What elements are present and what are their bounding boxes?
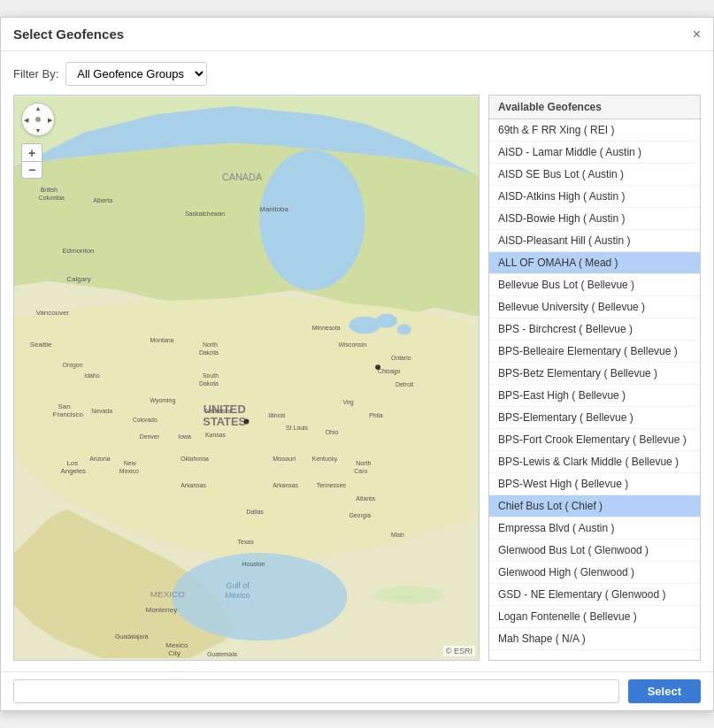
svg-text:St Louis: St Louis bbox=[286, 425, 309, 431]
svg-text:Phila: Phila bbox=[369, 412, 383, 418]
dialog-body: Filter By: All Geofence Groups Austin Be… bbox=[1, 51, 713, 671]
select-button[interactable]: Select bbox=[628, 679, 701, 703]
geofence-item[interactable]: BPS - Birchcrest ( Bellevue ) bbox=[489, 318, 700, 341]
geofence-item[interactable]: BPS-Lewis & Clark Middle ( Bellevue ) bbox=[489, 451, 700, 473]
svg-text:Idaho: Idaho bbox=[84, 372, 99, 379]
svg-text:Miah: Miah bbox=[391, 532, 404, 538]
svg-text:Nebraska: Nebraska bbox=[205, 408, 232, 414]
geofence-item[interactable]: AISD - Lamar Middle ( Austin ) bbox=[489, 142, 700, 164]
geofence-item[interactable]: BPS-Fort Crook Elementary ( Bellevue ) bbox=[489, 429, 700, 451]
geofence-item[interactable]: AISD-Pleasant Hill ( Austin ) bbox=[489, 230, 700, 252]
svg-point-4 bbox=[397, 325, 411, 335]
zoom-out-button[interactable]: − bbox=[21, 161, 42, 179]
geofence-item[interactable]: Bellevue Bus Lot ( Bellevue ) bbox=[489, 274, 700, 296]
svg-text:Ontario: Ontario bbox=[391, 355, 411, 361]
svg-text:Denver: Denver bbox=[140, 433, 160, 440]
close-button[interactable]: × bbox=[693, 27, 701, 42]
svg-text:Missouri: Missouri bbox=[273, 456, 296, 462]
svg-text:Atlanta: Atlanta bbox=[356, 495, 375, 502]
svg-text:South: South bbox=[203, 372, 219, 379]
svg-text:Detroit: Detroit bbox=[395, 381, 413, 387]
svg-text:Mexico: Mexico bbox=[165, 641, 188, 649]
svg-text:Alberta: Alberta bbox=[93, 197, 112, 203]
svg-text:Montana: Montana bbox=[150, 337, 174, 343]
geofence-item[interactable]: Logan Fontenelle ( Bellevue ) bbox=[489, 606, 700, 628]
geofence-item[interactable]: Glenwood High ( Glenwood ) bbox=[489, 562, 700, 584]
geofence-item[interactable]: Glenwood Bus Lot ( Glenwood ) bbox=[489, 540, 700, 562]
svg-text:STATES: STATES bbox=[203, 415, 246, 428]
svg-text:Los: Los bbox=[66, 459, 78, 467]
pan-up-button[interactable]: ▲ bbox=[35, 105, 42, 111]
svg-text:Oklahoma: Oklahoma bbox=[180, 456, 209, 462]
geofence-item[interactable]: BPS-East High ( Bellevue ) bbox=[489, 385, 700, 407]
map-container[interactable]: CANADA UNITED STATES MEXICO Gulf of Mexi… bbox=[13, 95, 480, 661]
svg-text:Minnesota: Minnesota bbox=[312, 325, 341, 331]
svg-text:Nevada: Nevada bbox=[91, 408, 112, 414]
geofence-item[interactable]: Bellevue University ( Bellevue ) bbox=[489, 296, 700, 318]
svg-text:MEXICO: MEXICO bbox=[150, 589, 185, 599]
svg-text:Kentucky: Kentucky bbox=[312, 456, 338, 463]
map-controls: ▲ ▼ ◀ ▶ + − bbox=[21, 103, 55, 179]
svg-text:Gulf of: Gulf of bbox=[226, 581, 250, 590]
svg-text:British: British bbox=[41, 187, 58, 193]
geofence-item[interactable]: GSD - NE Elementary ( Glenwood ) bbox=[489, 584, 700, 606]
geofence-list[interactable]: 69th & F RR Xing ( REI )AISD - Lamar Mid… bbox=[488, 119, 701, 661]
svg-text:Dallas: Dallas bbox=[247, 509, 265, 515]
svg-text:Virg: Virg bbox=[342, 399, 353, 406]
zoom-controls: + − bbox=[21, 143, 55, 179]
svg-text:Wyoming: Wyoming bbox=[150, 397, 176, 404]
geofence-item[interactable]: AISD SE Bus Lot ( Austin ) bbox=[489, 164, 700, 186]
map-svg: CANADA UNITED STATES MEXICO Gulf of Mexi… bbox=[14, 96, 479, 660]
svg-point-65 bbox=[375, 364, 380, 370]
search-input[interactable] bbox=[13, 679, 619, 703]
dialog-header: Select Geofences × bbox=[1, 18, 713, 51]
geofence-header: Available Geofences bbox=[488, 95, 701, 119]
svg-text:Colorado: Colorado bbox=[133, 417, 157, 423]
svg-text:Angeles: Angeles bbox=[61, 467, 87, 475]
pan-down-button[interactable]: ▼ bbox=[35, 127, 42, 134]
geofence-item[interactable]: BPS-Betz Elementary ( Bellevue ) bbox=[489, 363, 700, 385]
svg-text:Vancouver: Vancouver bbox=[36, 309, 70, 317]
svg-point-66 bbox=[244, 419, 250, 425]
geofence-item[interactable]: Empressa Blvd ( Austin ) bbox=[489, 517, 700, 540]
svg-point-3 bbox=[376, 314, 397, 328]
svg-text:Wisconsin: Wisconsin bbox=[339, 341, 367, 348]
svg-text:Illinois: Illinois bbox=[268, 412, 286, 418]
geofence-item[interactable]: ALL OF OMAHA ( Mead ) bbox=[489, 252, 700, 274]
svg-text:Mexico: Mexico bbox=[119, 468, 139, 474]
svg-text:Edmonton: Edmonton bbox=[62, 247, 94, 255]
svg-text:Manitoba: Manitoba bbox=[259, 205, 288, 213]
svg-text:North: North bbox=[203, 341, 218, 348]
geofence-item[interactable]: BPS-Elementary ( Bellevue ) bbox=[489, 407, 700, 429]
dialog-title: Select Geofences bbox=[13, 27, 124, 42]
filter-row: Filter By: All Geofence Groups Austin Be… bbox=[13, 62, 701, 86]
geofence-item[interactable]: AISD-Atkins High ( Austin ) bbox=[489, 186, 700, 208]
geofence-item[interactable]: BPS-West High ( Bellevue ) bbox=[489, 473, 700, 495]
svg-text:Arkansas: Arkansas bbox=[180, 482, 206, 488]
geofence-item[interactable]: Mah Shape ( N/A ) bbox=[489, 628, 700, 650]
filter-select[interactable]: All Geofence Groups Austin Bellevue Chie… bbox=[65, 62, 207, 86]
geofence-item[interactable]: BPS-Belleaire Elementary ( Bellevue ) bbox=[489, 341, 700, 363]
svg-text:Francisco: Francisco bbox=[53, 410, 84, 418]
zoom-in-button[interactable]: + bbox=[21, 143, 42, 161]
pan-left-button[interactable]: ◀ bbox=[24, 117, 28, 123]
svg-text:Ohio: Ohio bbox=[326, 429, 339, 435]
geofence-item[interactable]: 69th & F RR Xing ( REI ) bbox=[489, 119, 700, 142]
svg-text:Calgary: Calgary bbox=[66, 275, 90, 283]
svg-text:Seattle: Seattle bbox=[30, 341, 52, 349]
svg-text:Texas: Texas bbox=[238, 539, 255, 545]
content-area: CANADA UNITED STATES MEXICO Gulf of Mexi… bbox=[13, 95, 701, 661]
pan-right-button[interactable]: ▶ bbox=[48, 117, 52, 123]
geofence-item[interactable]: Chief Bus Lot ( Chief ) bbox=[489, 495, 700, 517]
svg-text:Arizona: Arizona bbox=[89, 456, 111, 462]
svg-text:Chicago: Chicago bbox=[378, 368, 401, 375]
svg-text:New: New bbox=[124, 460, 137, 466]
svg-text:Oregon: Oregon bbox=[62, 362, 82, 369]
svg-text:Mexico: Mexico bbox=[225, 591, 250, 600]
svg-text:Iowa: Iowa bbox=[178, 433, 191, 440]
svg-point-73 bbox=[373, 586, 443, 604]
geofence-item[interactable]: AISD-Bowie High ( Austin ) bbox=[489, 208, 700, 230]
svg-text:Georgia: Georgia bbox=[349, 512, 371, 519]
svg-point-5 bbox=[259, 149, 365, 289]
svg-text:Saskatchewan: Saskatchewan bbox=[185, 211, 225, 217]
